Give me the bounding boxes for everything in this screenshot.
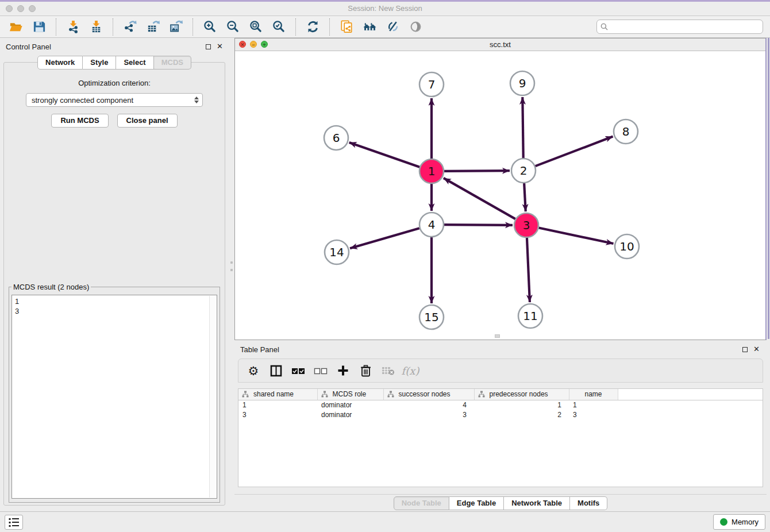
table-row[interactable]: 1dominator411 [238,400,763,410]
cell-shared-name[interactable]: 3 [238,410,317,419]
graph-node-label: 11 [523,309,537,323]
run-mcds-button[interactable]: Run MCDS [51,114,108,128]
home-views-button[interactable] [358,18,381,36]
zoom-fit-button[interactable] [244,18,267,36]
column-header-shared-name[interactable]: shared name [238,389,317,400]
split-panel-button[interactable] [267,361,285,380]
refresh-icon [306,20,320,34]
tab-style[interactable]: Style [83,56,116,70]
column-header-mcds-role[interactable]: MCDS role [317,389,383,400]
float-panel-icon[interactable] [206,44,211,49]
mcds-result-lines: 1 3 [12,295,217,317]
open-folder-icon [9,20,24,34]
graph-node-label: 1 [428,164,436,178]
tab-network[interactable]: Network [37,56,83,70]
close-panel-button[interactable]: Close panel [117,114,178,128]
graph-edge-2-8[interactable] [536,137,613,167]
graph-edge-1-6[interactable] [349,142,420,167]
export-table-button[interactable] [141,18,164,36]
splitter-handle[interactable] [230,269,233,271]
birds-eye-view-button[interactable] [404,18,427,36]
graph-node-label: 8 [622,125,630,138]
search-box[interactable] [596,20,763,34]
mcds-result-box[interactable]: 1 3 [11,295,217,499]
refresh-layout-button[interactable] [301,18,324,36]
import-table-button[interactable] [84,18,107,36]
save-icon [32,20,47,34]
tab-motifs[interactable]: Motifs [570,496,607,510]
delete-table-button[interactable] [379,361,397,380]
search-input[interactable] [611,22,759,31]
graph-edge-2-3[interactable] [524,183,526,211]
cell-shared-name[interactable]: 1 [238,400,317,410]
graph-edge-4-14[interactable] [350,228,419,248]
result-scrollbar[interactable] [209,296,216,498]
plus-icon [337,365,349,376]
delete-column-button[interactable] [356,361,375,380]
deselect-all-button[interactable] [311,361,330,380]
canvas-resize-grip[interactable] [495,334,500,338]
select-all-button[interactable] [289,361,307,380]
mcds-result-title: MCDS result (2 nodes) [11,283,91,291]
graph-edge-4-3[interactable] [444,225,513,225]
split-panel-icon [270,365,282,377]
graph-edge-1-2[interactable] [444,171,510,171]
graph-edge-3-10[interactable] [539,228,614,244]
export-image-button[interactable] [164,18,187,36]
cell-mcds-role[interactable]: dominator [317,410,383,419]
cell-predecessor-nodes[interactable]: 1 [474,400,569,410]
graph-edge-2-9[interactable] [522,97,523,158]
cell-name[interactable]: 1 [569,400,618,410]
duplicate-network-button[interactable] [335,18,358,36]
save-session-button[interactable] [28,18,51,36]
table-row[interactable]: 3dominator323 [238,410,763,419]
cell-name[interactable]: 3 [569,410,618,419]
close-panel-icon[interactable]: ✕ [217,44,223,49]
criterion-select[interactable]: strongly connected component [26,93,203,107]
birds-eye-icon [409,20,423,34]
open-session-button[interactable] [5,18,28,36]
graph-edge-3-11[interactable] [527,238,530,302]
splitter-handle[interactable] [230,261,233,264]
zoom-out-button[interactable] [221,18,244,36]
table-options-button[interactable]: ⚙ [244,361,263,380]
import-network-button[interactable] [61,18,84,36]
import-network-icon [66,20,80,34]
gear-icon: ⚙ [248,365,259,377]
column-label: name [584,390,602,398]
toolbar-separator [56,18,56,36]
cell-mcds-role[interactable]: dominator [317,400,383,410]
column-header-successor-nodes[interactable]: successor nodes [383,389,474,400]
close-table-panel-icon[interactable]: ✕ [753,346,760,352]
criterion-value: strongly connected component [32,96,194,105]
task-history-button[interactable] [5,515,23,530]
column-header-filler [618,389,763,400]
zoom-selected-button[interactable] [267,18,290,36]
memory-button[interactable]: Memory [713,514,765,530]
toolbar-separator [192,18,193,36]
zoom-in-icon [203,20,217,34]
cell-successor-nodes[interactable]: 4 [383,400,474,410]
tab-mcds[interactable]: MCDS [154,56,191,70]
export-network-button[interactable] [118,18,141,36]
add-column-button[interactable] [334,361,352,380]
tab-edge-table[interactable]: Edge Table [449,496,504,510]
control-panel-tabs: NetworkStyleSelectMCDS [0,56,229,70]
zoom-in-button[interactable] [198,18,221,36]
cell-predecessor-nodes[interactable]: 2 [474,410,569,419]
tab-select[interactable]: Select [116,56,153,70]
network-canvas[interactable]: 1234678910111415 [235,51,765,339]
apply-function-button[interactable]: f(x) [401,361,419,380]
toolbar-separator [113,18,113,36]
fx-icon: f(x) [402,365,419,377]
tab-network-table[interactable]: Network Table [504,496,570,510]
hide-visual-properties-button[interactable] [381,18,404,36]
column-header-predecessor-nodes[interactable]: predecessor nodes [474,389,569,400]
control-panel-body: Optimization criterion: strongly connect… [3,62,225,506]
network-window-titlebar[interactable]: ✕ − + scc.txt [235,38,765,51]
float-table-panel-icon[interactable] [742,347,748,352]
column-header-name[interactable]: name [569,389,618,400]
graph-edge-3-1[interactable] [444,178,515,219]
cell-successor-nodes[interactable]: 3 [383,410,474,419]
tab-node-table[interactable]: Node Table [394,496,449,510]
